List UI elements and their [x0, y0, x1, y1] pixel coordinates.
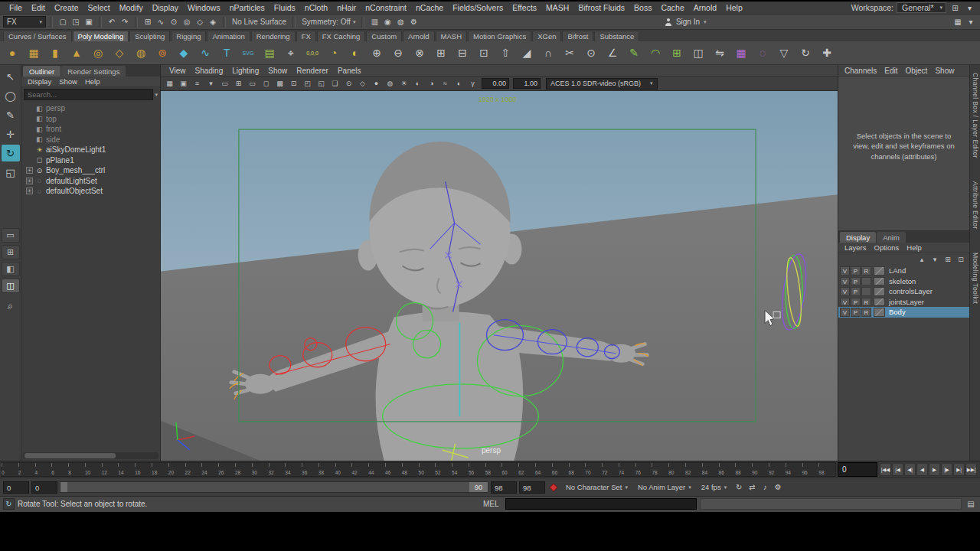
textured-icon[interactable]: ◍ — [384, 77, 397, 90]
select-tool[interactable]: ↖ — [2, 68, 20, 85]
animation-end-field[interactable]: 98 — [519, 481, 545, 494]
workspace-select[interactable]: General* ▾ — [897, 2, 946, 13]
menu-item[interactable]: Create — [50, 2, 83, 13]
snap-grid-icon[interactable]: ⊞ — [142, 16, 154, 28]
layer-playback-toggle[interactable]: P — [851, 298, 861, 307]
frame-tick[interactable]: 50 — [419, 463, 436, 476]
layer-color-swatch[interactable] — [874, 298, 885, 307]
frame-tick[interactable]: 68 — [569, 463, 586, 476]
frame-tick[interactable]: 38 — [318, 463, 335, 476]
platonic-solid-icon[interactable]: ◆ — [174, 43, 194, 63]
crease-icon[interactable]: ∠ — [603, 43, 622, 63]
curve-warp-icon[interactable]: ∿ — [195, 43, 215, 63]
frame-tick[interactable]: 28 — [235, 463, 252, 476]
expand-toggle[interactable]: + — [26, 178, 33, 184]
channel-box-menu-item[interactable]: Object — [903, 67, 931, 75]
smooth-sculpt-icon[interactable]: ◐ — [345, 43, 365, 63]
gamma-field[interactable]: 1.00 — [513, 78, 541, 89]
exposure-icon[interactable]: ◐ — [452, 77, 466, 90]
layer-editor-tab[interactable]: Anim — [877, 232, 906, 243]
auto-keyframe-toggle[interactable] — [547, 481, 560, 494]
animation-preferences-icon[interactable]: ⚙ — [772, 481, 784, 494]
menu-item[interactable]: Windows — [183, 2, 225, 13]
layer-visibility-toggle[interactable]: V — [840, 277, 850, 286]
frame-tick[interactable]: 80 — [668, 463, 685, 476]
menu-item[interactable]: Boss — [629, 2, 656, 13]
grid-toggle-icon[interactable]: ▦ — [952, 16, 964, 28]
menu-item[interactable]: Display — [148, 2, 183, 13]
frame-tick[interactable]: 82 — [685, 463, 702, 476]
shelf-tab[interactable]: Curves / Surfaces — [3, 31, 72, 41]
outliner-item[interactable]: ◧ side — [21, 135, 160, 145]
poly-cube-icon[interactable]: ▦ — [24, 43, 44, 63]
multi-cut-icon[interactable]: ✂ — [560, 43, 580, 63]
frame-tick[interactable]: 78 — [652, 463, 668, 476]
make-live-icon[interactable]: ◈ — [207, 16, 219, 28]
shelf-tab[interactable]: Custom — [366, 31, 402, 41]
lasso-tool[interactable]: ◯ — [2, 87, 20, 104]
move-tool[interactable]: ✛ — [2, 126, 20, 142]
frame-tick[interactable]: 18 — [152, 463, 168, 476]
frame-tick[interactable]: 84 — [702, 463, 719, 476]
frame-tick[interactable]: 96 — [802, 463, 819, 476]
film-gate-icon[interactable]: ▭ — [246, 77, 259, 90]
shelf-tab[interactable]: Poly Modeling — [73, 31, 129, 41]
viewport-menu-item[interactable]: Lighting — [228, 67, 263, 75]
menu-item[interactable]: Fields/Solvers — [448, 2, 508, 13]
frame-tick[interactable]: 20 — [168, 463, 185, 476]
outliner-item[interactable]: ◧ top — [21, 114, 160, 125]
frame-tick[interactable]: 44 — [368, 463, 385, 476]
menu-item[interactable]: Modify — [115, 2, 148, 13]
layer-visibility-toggle[interactable]: V — [840, 308, 850, 317]
move-layer-down-icon[interactable]: ▾ — [929, 254, 940, 264]
poly-plane-icon[interactable]: ◇ — [109, 43, 129, 63]
menu-item[interactable]: nParticles — [225, 2, 270, 13]
frame-tick[interactable]: 90 — [752, 463, 769, 476]
frame-selection-icon[interactable]: ⊙ — [342, 77, 355, 90]
layout-custom[interactable]: ◫ — [2, 279, 20, 293]
viewport-scene[interactable]: 1920 x 1080 persp — [161, 91, 838, 461]
paint-select-tool[interactable]: ✎ — [2, 106, 20, 123]
layer-editor-menu-item[interactable]: Layers — [841, 243, 870, 252]
search-input[interactable] — [24, 89, 153, 100]
frame-tick[interactable]: 12 — [102, 463, 119, 476]
panel-tab-vertical[interactable]: Modeling Toolkit — [972, 253, 979, 304]
display-layer-row[interactable]: V P R jointsLayer — [838, 297, 969, 308]
outliner-item[interactable]: ☀ aiSkyDomeLight1 — [21, 145, 160, 155]
current-time-field[interactable]: 0 — [838, 462, 877, 477]
spin-edge-icon[interactable]: ↻ — [795, 43, 815, 63]
snap-view-plane-icon[interactable]: ◇ — [194, 16, 206, 28]
outliner-menu-item[interactable]: Display — [24, 77, 54, 86]
expand-toggle[interactable] — [26, 126, 33, 132]
go-to-end-button[interactable]: ▶▶| — [965, 463, 977, 476]
play-backwards-button[interactable]: ◀ — [916, 463, 928, 476]
collapse-icon[interactable]: ▾ — [965, 16, 977, 28]
menu-item[interactable]: nHair — [332, 2, 361, 13]
frame-tick[interactable]: 62 — [518, 463, 535, 476]
layout-single-pane[interactable]: ▭ — [2, 228, 20, 243]
frame-tick[interactable]: 58 — [485, 463, 502, 476]
frame-tick[interactable]: 98 — [818, 463, 835, 476]
expand-toggle[interactable] — [26, 105, 33, 112]
go-to-start-button[interactable]: |◀◀ — [880, 463, 891, 476]
two-d-pan-zoom-icon[interactable]: ⊞ — [232, 77, 245, 90]
symmetrize-icon[interactable]: ⇋ — [710, 43, 730, 63]
smooth-shade-icon[interactable]: ● — [370, 77, 383, 90]
character-set-select[interactable]: No Character Set ▾ — [562, 481, 632, 494]
extract-icon[interactable]: ⊡ — [474, 43, 494, 63]
render-settings-icon[interactable]: ⚙ — [407, 16, 420, 28]
snap-curve-icon[interactable]: ∿ — [155, 16, 167, 28]
scale-tool[interactable]: ◱ — [2, 164, 20, 181]
frame-tick[interactable]: 8 — [68, 463, 85, 476]
layer-visibility-toggle[interactable]: V — [840, 287, 850, 296]
layer-editor-menu-item[interactable]: Help — [903, 243, 925, 252]
boolean-union-icon[interactable]: ⊕ — [367, 43, 387, 63]
display-layer-row[interactable]: V P skeleton — [838, 276, 969, 287]
render-current-frame-icon[interactable]: ◉ — [381, 16, 394, 28]
outliner-menu-item[interactable]: Help — [82, 77, 103, 86]
menu-item[interactable]: Fluids — [270, 2, 300, 13]
outliner-item[interactable]: + ◌ defaultLightSet — [21, 176, 160, 187]
move-layer-up-icon[interactable]: ▴ — [916, 254, 927, 264]
separate-icon[interactable]: ⊟ — [452, 43, 472, 63]
reduce-icon[interactable]: ▽ — [774, 43, 794, 63]
